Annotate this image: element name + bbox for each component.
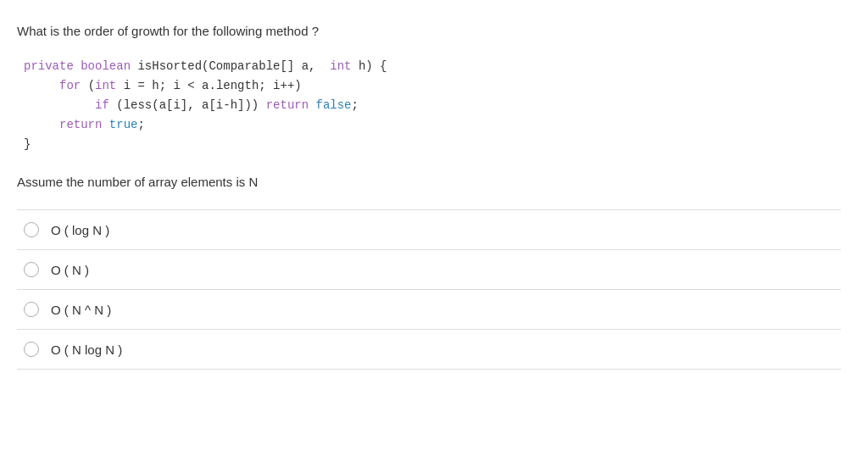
option-row-1[interactable]: O ( log N ) — [17, 209, 841, 249]
assume-text: Assume the number of array elements is N — [17, 175, 841, 189]
option-row-3[interactable]: O ( N ^ N ) — [17, 289, 841, 329]
option-label-4: O ( N log N ) — [51, 342, 122, 357]
code-line-1: private boolean isHsorted(Comparable[] a… — [24, 57, 841, 76]
question-text: What is the order of growth for the foll… — [17, 24, 841, 38]
options-container: O ( log N ) O ( N ) O ( N ^ N ) O ( N lo… — [17, 209, 841, 370]
option-label-2: O ( N ) — [51, 263, 89, 277]
radio-3[interactable] — [24, 302, 39, 317]
option-label-3: O ( N ^ N ) — [51, 303, 111, 317]
code-line-2: for (int i = h; i < a.length; i++) — [24, 76, 841, 96]
radio-4[interactable] — [24, 342, 39, 357]
code-line-4: return true; — [24, 115, 841, 135]
radio-2[interactable] — [24, 262, 39, 277]
code-line-3: if (less(a[i], a[i-h])) return false; — [24, 96, 841, 115]
option-row-4[interactable]: O ( N log N ) — [17, 329, 841, 370]
code-block: private boolean isHsorted(Comparable[] a… — [17, 53, 841, 158]
option-row-2[interactable]: O ( N ) — [17, 249, 841, 289]
radio-1[interactable] — [24, 222, 39, 237]
option-label-1: O ( log N ) — [51, 223, 109, 237]
code-line-5: } — [24, 135, 841, 154]
